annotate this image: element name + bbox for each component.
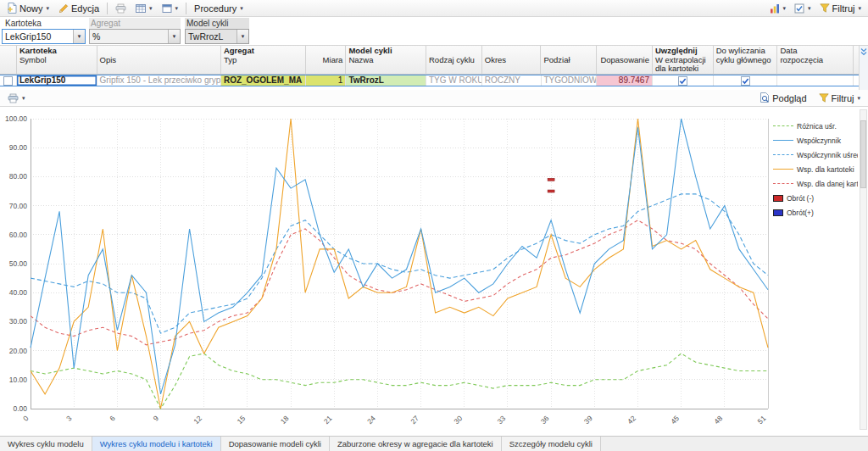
column-label: Nazwa: [348, 56, 423, 65]
column-header-podzial[interactable]: Podział: [541, 46, 597, 75]
preview-button-label: Podgląd: [772, 93, 806, 103]
double-chevron-down-icon[interactable]: [860, 47, 868, 58]
row-select-checkbox[interactable]: [3, 76, 13, 86]
statistics-button[interactable]: ▾: [765, 1, 791, 15]
column-header-data_rozpoczecia[interactable]: Data rozpoczęcia: [777, 46, 854, 75]
column-header-nazwa[interactable]: Model cykliNazwa: [346, 46, 426, 75]
svg-text:51: 51: [756, 414, 768, 426]
chevron-down-icon[interactable]: ▼: [168, 30, 180, 43]
print-chart-button[interactable]: ▾: [3, 91, 30, 105]
chevron-down-icon: ▾: [149, 5, 153, 12]
column-label: Rodzaj cyklu: [429, 56, 479, 65]
scrollbar-thumb[interactable]: [860, 120, 866, 188]
cell-rodzaj_cyklu[interactable]: TYG W ROKU: [426, 75, 482, 86]
column-header-rodzaj_cyklu[interactable]: Rodzaj cyklu: [426, 46, 482, 75]
chevron-down-icon: ▾: [175, 5, 179, 12]
svg-text:21: 21: [322, 414, 334, 426]
column-header-miara[interactable]: Miara: [306, 46, 347, 75]
tab-5[interactable]: Szczegóły modelu cykli: [502, 437, 601, 451]
grid-selected-row[interactable]: LekGrip150Gripfix 150 - Lek przeciwko gr…: [0, 75, 859, 86]
svg-text:0: 0: [21, 414, 31, 423]
legend-item-6[interactable]: Obrót (-): [773, 191, 858, 205]
svg-text:90.00: 90.00: [9, 143, 28, 152]
svg-text:39: 39: [582, 414, 594, 426]
column-header-sel[interactable]: [0, 46, 17, 75]
do_wyliczania-checkbox[interactable]: [741, 76, 750, 86]
chart-filter-button[interactable]: Filtruj ▾: [815, 91, 865, 105]
view-options-button[interactable]: ▾: [790, 1, 815, 15]
svg-text:30.00: 30.00: [9, 317, 28, 326]
app-window: Nowy ▾ Edycja ▾ ▾ Procedury ▾ ▾: [0, 0, 868, 451]
legend-label: Wsp. dla kartoteki: [797, 165, 854, 174]
cell-typ[interactable]: ROZ_OGOLEM_MA: [221, 75, 306, 86]
cell-miara[interactable]: 1: [306, 75, 347, 86]
legend-item-7[interactable]: Obrót(+): [773, 205, 858, 220]
chart-vertical-scrollbar[interactable]: [860, 109, 867, 430]
column-group-label: Model cykli: [348, 47, 423, 56]
column-header-dopasowanie[interactable]: Dopasowanie: [597, 46, 653, 75]
tab-1[interactable]: Wykres cyklu modelu: [0, 437, 92, 451]
chart-area: 0.0010.0020.0030.0040.0050.0060.0070.008…: [0, 107, 868, 436]
svg-text:48: 48: [712, 414, 724, 426]
toolbar-separator: [186, 3, 186, 14]
model-cykli-select[interactable]: TwRrozL ▼: [185, 29, 249, 44]
cell-do_wyliczania[interactable]: [714, 75, 778, 86]
cell-podzial[interactable]: TYGODNIOWY: [542, 75, 598, 86]
agregat-select[interactable]: % ▼: [89, 29, 181, 44]
agregat-selected-value: %: [90, 31, 168, 42]
toolbar-right-group: ▾ ▾ Filtruj ▾: [765, 1, 865, 15]
chevron-down-icon[interactable]: ▼: [73, 30, 85, 43]
preview-button[interactable]: Podgląd: [755, 91, 810, 105]
legend-item-4[interactable]: Wsp. dla kartoteki: [773, 162, 858, 176]
column-group-label: Uwzględnij: [655, 47, 710, 56]
cell-uwzglednij[interactable]: [653, 75, 714, 86]
column-label: Miara: [309, 56, 343, 65]
uwzglednij-checkbox[interactable]: [678, 76, 687, 86]
cell-sel[interactable]: [0, 75, 17, 86]
legend-item-2[interactable]: Współczynnik: [773, 133, 858, 148]
column-label: Opis: [100, 56, 218, 65]
column-label: Okres: [485, 56, 538, 65]
procedures-button[interactable]: Procedury ▾: [190, 1, 248, 15]
column-header-uwzglednij[interactable]: UwzględnijW extrapolacji dla kartoteki: [653, 46, 714, 75]
svg-text:70.00: 70.00: [9, 202, 28, 210]
cell-opis[interactable]: Gripfix 150 - Lek przeciwko grypie: [97, 75, 221, 86]
legend-box-sample: [773, 195, 783, 202]
tab-4[interactable]: Zaburzone okresy w agregacie dla kartote…: [330, 437, 502, 451]
kartoteka-select[interactable]: LekGrip150 ▼: [2, 29, 86, 44]
svg-text:42: 42: [626, 414, 637, 426]
legend-item-3[interactable]: Współczynnik uśredniony: [773, 148, 858, 162]
cell-okres[interactable]: ROCZNY: [482, 75, 542, 86]
svg-text:40.00: 40.00: [9, 288, 28, 297]
grid-views-button[interactable]: ▾: [131, 1, 157, 15]
cell-symbol[interactable]: LekGrip150: [17, 75, 97, 86]
tab-3[interactable]: Dopasowanie modeli cykli: [221, 437, 330, 451]
column-header-opis[interactable]: Opis: [97, 46, 221, 75]
cell-nazwa[interactable]: TwRrozL: [346, 75, 426, 86]
agregat-label: Agregat: [89, 18, 181, 29]
main-toolbar: Nowy ▾ Edycja ▾ ▾ Procedury ▾ ▾: [0, 0, 868, 17]
legend-item-5[interactable]: Wsp. dla danej kartoteki u...: [773, 176, 858, 191]
grid-scroll-rail[interactable]: [859, 46, 868, 90]
edit-button[interactable]: Edycja: [54, 1, 103, 15]
column-group-label: [309, 47, 343, 56]
filter-button[interactable]: Filtruj ▾: [815, 1, 865, 15]
chevron-down-icon[interactable]: ▼: [236, 30, 248, 43]
legend-item-1[interactable]: Różnica uśr.: [773, 119, 858, 133]
cell-data_rozpoczecia[interactable]: [777, 75, 854, 86]
tab-2[interactable]: Wykres cyklu modelu i kartoteki: [92, 437, 221, 451]
column-header-okres[interactable]: Okres: [482, 46, 542, 75]
cell-dopasowanie[interactable]: 89.7467: [597, 75, 653, 86]
chevron-down-icon: ▾: [858, 5, 861, 12]
svg-text:33: 33: [496, 414, 508, 426]
svg-text:15: 15: [236, 414, 248, 426]
column-header-do_wyliczania[interactable]: Do wyliczania cyklu głównego: [714, 46, 778, 75]
column-header-symbol[interactable]: KartotekaSymbol: [17, 46, 97, 75]
forms-button[interactable]: ▾: [158, 1, 183, 15]
print-button[interactable]: [111, 1, 131, 15]
new-button[interactable]: Nowy ▾: [3, 1, 53, 15]
chevron-down-icon: ▾: [783, 5, 787, 12]
printer-icon: [115, 3, 126, 14]
column-header-typ[interactable]: AgregatTyp: [221, 46, 306, 75]
legend-line-sample: [773, 169, 793, 170]
